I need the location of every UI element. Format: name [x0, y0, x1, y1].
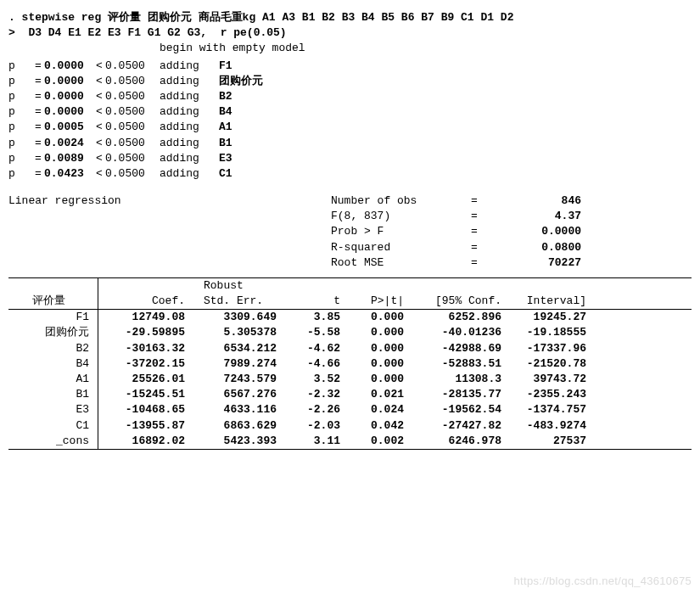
regression-title: Linear regression: [8, 193, 331, 209]
table-row: F112749.083309.6493.850.0006252.89619245…: [8, 310, 692, 325]
table-row: B1-15245.516567.276-2.320.021-28135.77-2…: [8, 387, 692, 402]
coefficients-table: Robust 评价量 Coef. Std. Err. t P>|t| [95% …: [8, 277, 692, 450]
stepwise-row: p=0.0423<0.0500addingC1: [8, 166, 692, 182]
stepwise-row: p=0.0000<0.0500addingB4: [8, 104, 692, 120]
stepwise-row: p=0.0000<0.0500addingB2: [8, 89, 692, 104]
table-row: 团购价元-29.598955.305378-5.580.000-40.01236…: [8, 325, 692, 340]
col-pt: P>|t|: [345, 294, 409, 309]
stat-row: F(8, 837)=4.37: [331, 209, 692, 224]
stat-row: Number of obs=846: [331, 193, 692, 209]
stat-row: Root MSE=70227: [331, 255, 692, 271]
table-row: E3-10468.654633.116-2.260.024-19562.54-1…: [8, 402, 692, 417]
command-line-1: . stepwise reg 评价量 团购价元 商品毛重kg A1 A3 B1 …: [8, 10, 692, 25]
stepwise-row: p=0.0024<0.0500addingB1: [8, 136, 692, 151]
col-coef: Coef.: [98, 294, 190, 309]
table-row: B2-30163.326534.212-4.620.000-42988.69-1…: [8, 341, 692, 356]
table-row: B4-37202.157989.274-4.660.000-52883.51-2…: [8, 356, 692, 372]
col-ci-upper: Interval]: [507, 294, 591, 309]
table-row: A125526.017243.5793.520.00011308.339743.…: [8, 372, 692, 387]
stepwise-row: p=0.0005<0.0500addingA1: [8, 120, 692, 135]
stat-row: Prob > F=0.0000: [331, 224, 692, 239]
col-ci-lower: [95% Conf.: [409, 294, 507, 309]
table-header-row: 评价量 Coef. Std. Err. t P>|t| [95% Conf. I…: [8, 294, 692, 309]
stepwise-row: p=0.0089<0.0500addingE3: [8, 151, 692, 166]
command-line-2: > D3 D4 E1 E2 E3 F1 G1 G2 G3, r pe(0.05): [8, 25, 692, 41]
depvar-header: 评价量: [8, 294, 98, 309]
table-row: C1-13955.876863.629-2.030.042-27427.82-4…: [8, 418, 692, 434]
table-body: F112749.083309.6493.850.0006252.89619245…: [8, 310, 692, 449]
table-row: _cons16892.025423.3933.110.0026246.97827…: [8, 434, 692, 449]
col-t: t: [282, 294, 345, 309]
stepwise-log: p=0.0000<0.0500addingF1p=0.0000<0.0500ad…: [8, 59, 692, 182]
robust-header: Robust: [204, 278, 244, 294]
stat-row: R-squared=0.0800: [331, 240, 692, 255]
model-statistics: Number of obs=846F(8, 837)=4.37Prob > F=…: [331, 193, 692, 271]
col-se: Std. Err.: [190, 294, 282, 309]
stepwise-row: p=0.0000<0.0500adding团购价元: [8, 74, 692, 89]
regression-summary: Linear regression Number of obs=846F(8, …: [8, 193, 692, 271]
begin-model-text: begin with empty model: [160, 41, 692, 56]
stepwise-row: p=0.0000<0.0500addingF1: [8, 59, 692, 74]
